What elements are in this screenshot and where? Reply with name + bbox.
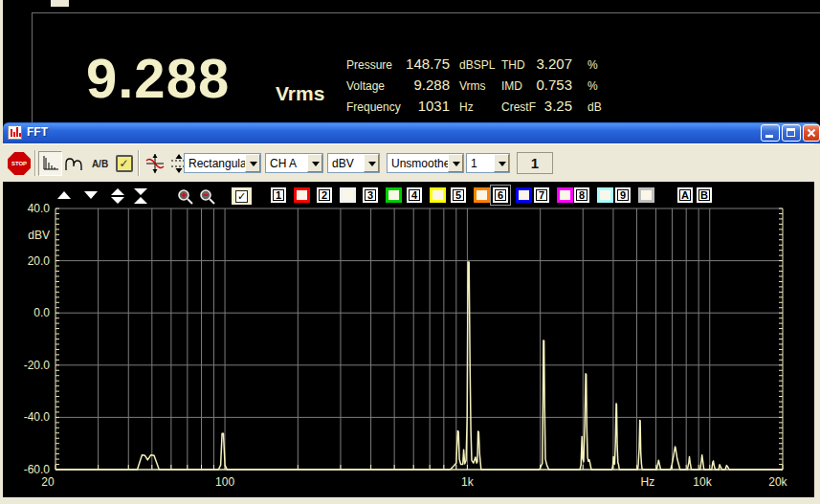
frequency-value: 1031	[378, 98, 450, 114]
averaging-value: 1	[471, 157, 477, 170]
voltage-unit: Vrms	[459, 79, 486, 93]
meter-panel-border	[32, 12, 820, 13]
pressure-value: 148.75	[378, 55, 450, 72]
desktop-edge-right	[814, 143, 820, 504]
fft-plot[interactable]: 40.020.00.0-20.0-40.0-60.0dBV201001kHz10…	[4, 182, 814, 497]
smoothing-value: Unsmoothed	[391, 157, 456, 170]
channel-combo[interactable]: CH A	[265, 153, 323, 173]
background-window-tab	[51, 0, 69, 7]
close-button[interactable]	[803, 124, 820, 142]
crestf-unit: dB	[587, 100, 602, 114]
svg-text:40.0: 40.0	[28, 202, 51, 215]
fft-client-area: ✓ 123456789AB 40.020.00.0-20.0-40.0-60.0…	[4, 182, 814, 497]
minimize-icon	[765, 135, 773, 138]
crosshair-wave-icon	[144, 153, 166, 174]
svg-text:100: 100	[215, 475, 234, 489]
octave-bands-button[interactable]	[63, 151, 87, 176]
fft-window-combo[interactable]: Rectangular	[184, 153, 261, 173]
imd-unit: %	[587, 79, 598, 93]
desktop-edge-left	[0, 0, 3, 504]
main-reading-value: 9.288	[86, 46, 230, 110]
crestf-value: 3.25	[512, 98, 572, 114]
chevron-down-icon	[312, 162, 320, 170]
frequency-unit: Hz	[459, 100, 474, 114]
maximize-button[interactable]	[782, 124, 801, 142]
svg-text:-20.0: -20.0	[24, 359, 51, 372]
fft-app-icon	[8, 125, 22, 140]
octave-bands-icon	[65, 155, 86, 172]
units-value: dBV	[332, 157, 354, 170]
plot-axes	[55, 208, 783, 470]
dropdown-button[interactable]	[494, 154, 509, 172]
minimize-button[interactable]	[761, 124, 780, 142]
spectrum-bars-icon	[41, 155, 60, 172]
channel-value: CH A	[270, 157, 297, 170]
svg-text:20: 20	[41, 475, 55, 489]
imd-value: 0.753	[512, 77, 572, 93]
units-combo[interactable]: dBV	[327, 153, 380, 173]
fft-window-titlebar[interactable]: FFT	[3, 122, 820, 143]
fft-window-value: Rectangular	[188, 157, 251, 170]
fft-toolbar: STOP A/B ✓	[3, 143, 814, 182]
svg-text:-40.0: -40.0	[24, 410, 51, 424]
pressure-unit: dBSPL	[459, 58, 495, 72]
meter-panel-border-side	[32, 12, 33, 122]
dropdown-button[interactable]	[448, 154, 463, 172]
desktop-edge-bottom	[0, 497, 820, 504]
averaging-combo[interactable]: 1	[466, 153, 510, 173]
meter-panel: 9.288 Vrms Pressure 148.75 dBSPL Voltage…	[0, 0, 820, 122]
thd-unit: %	[587, 58, 598, 72]
svg-text:dBV: dBV	[28, 229, 50, 242]
svg-text:10k: 10k	[693, 475, 712, 489]
plot-grid	[55, 208, 783, 470]
main-reading-unit: Vrms	[276, 82, 324, 105]
screen: 9.288 Vrms Pressure 148.75 dBSPL Voltage…	[0, 0, 820, 504]
signal-record-button[interactable]	[143, 151, 166, 176]
chevron-down-icon	[499, 162, 506, 170]
thd-value: 3.207	[512, 55, 572, 72]
svg-text:0.0: 0.0	[33, 306, 50, 319]
dropdown-button[interactable]	[245, 154, 260, 172]
svg-text:20k: 20k	[768, 475, 787, 489]
dropdown-button[interactable]	[364, 154, 379, 172]
svg-text:1k: 1k	[461, 475, 475, 489]
toolbar-separator	[34, 150, 36, 176]
voltage-value: 9.288	[378, 77, 450, 93]
ab-icon: A/B	[92, 159, 108, 169]
spectrum-mode-button[interactable]	[38, 151, 62, 176]
dropdown-button[interactable]	[307, 154, 322, 172]
spectrum-curve	[55, 262, 783, 470]
chevron-down-icon	[368, 162, 376, 170]
axis-labels: 40.020.00.0-20.0-40.0-60.0dBV201001kHz10…	[24, 202, 788, 489]
ab-compare-button[interactable]: A/B	[88, 151, 112, 176]
svg-text:20.0: 20.0	[28, 254, 51, 268]
svg-text:Hz: Hz	[641, 475, 655, 489]
checklist-icon: ✓	[116, 155, 133, 172]
svg-text:-60.0: -60.0	[24, 463, 51, 476]
measurement-setup-button[interactable]: ✓	[112, 151, 136, 176]
smoothing-combo[interactable]: Unsmoothed	[387, 153, 464, 173]
chevron-down-icon	[250, 162, 257, 170]
chevron-down-icon	[453, 162, 460, 170]
maximize-icon	[787, 128, 795, 137]
spectrum-curve-layer	[55, 262, 783, 470]
average-count-display: 1	[517, 152, 553, 174]
window-title: FFT	[27, 125, 48, 139]
toolbar-separator	[138, 150, 140, 176]
stop-button[interactable]: STOP	[8, 152, 31, 175]
